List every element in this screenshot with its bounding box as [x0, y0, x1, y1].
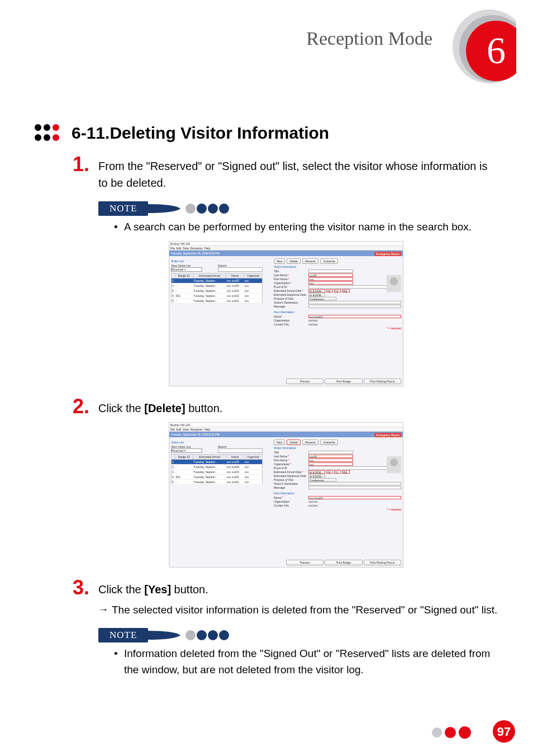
dest-field[interactable]: [308, 301, 401, 304]
bullet-grid-icon: [34, 123, 65, 143]
arrhour-field[interactable]: 08: [326, 289, 333, 292]
table-row: 2-Tuesday, Septem...xxx xxx04xxx: [172, 283, 263, 288]
menu-file[interactable]: File: [170, 247, 175, 250]
table-row: 2-Tuesday, Septem...xxx xxx04xxx: [172, 464, 263, 469]
svg-point-12: [208, 204, 218, 214]
reserve-button[interactable]: Reserve: [302, 258, 318, 264]
emergency-report-button[interactable]: Emergency Report: [374, 433, 401, 437]
svg-point-11: [197, 204, 207, 214]
overwrite-button[interactable]: Overwrite: [320, 258, 337, 264]
svg-point-14: [185, 630, 196, 640]
table-row: 3-Tuesday, Septem...xxx xxx03xxx: [172, 469, 263, 474]
menu-reception[interactable]: Reception: [191, 428, 203, 431]
svg-point-15: [197, 630, 207, 640]
required-note: * = required: [274, 327, 401, 330]
print-badge-button[interactable]: Print Badge: [325, 379, 362, 384]
arrmin-field[interactable]: 52: [334, 289, 341, 292]
note-text: •Information deleted from the "Signed Ou…: [114, 646, 499, 678]
org-field[interactable]: xxx: [308, 281, 353, 285]
host-name-field[interactable]: xxx host03: [308, 496, 401, 499]
purpose-field[interactable]: Conference: [308, 478, 336, 481]
title-field[interactable]: [308, 270, 353, 273]
datetime-bar: Tuesday, September 09, 2008 8:52 PM: [169, 432, 403, 437]
preview-button[interactable]: Preview: [286, 379, 323, 384]
menu-file[interactable]: File: [170, 428, 175, 431]
view-list-dropdown[interactable]: Reserved ▾: [171, 448, 202, 453]
note-tail-icon: [148, 629, 236, 642]
page-number-badge: 97: [492, 719, 516, 746]
print-permit-button[interactable]: Print Parking Permit: [364, 379, 401, 384]
visitor-info-header: Visitor Information: [274, 265, 401, 268]
view-list-dropdown[interactable]: Reserved ▾: [171, 267, 202, 272]
new-button[interactable]: New: [274, 440, 285, 445]
visitor-list-header: Visitor List: [171, 259, 263, 263]
host-contact: xxx/xxx: [308, 504, 317, 507]
search-input[interactable]: [218, 267, 263, 272]
window-titlebar: Brother VM-100: [169, 242, 403, 246]
new-button[interactable]: New: [274, 258, 285, 264]
menu-help[interactable]: Help: [204, 428, 210, 431]
purpose-field[interactable]: Conference: [308, 297, 336, 300]
step-1: 1. From the "Reserved" or "Signed out" l…: [73, 154, 499, 191]
arrampm-field[interactable]: PM: [342, 289, 350, 292]
note-bar: NOTE: [98, 628, 499, 642]
firstname-field[interactable]: xxx: [308, 459, 353, 462]
print-permit-button[interactable]: Print Parking Permit: [364, 560, 401, 565]
note-text: •A search can be performed by entering t…: [114, 219, 499, 235]
msg-field[interactable]: [308, 486, 401, 489]
svg-point-5: [44, 124, 50, 131]
title-field[interactable]: [308, 451, 353, 454]
svg-point-13: [219, 204, 229, 214]
svg-point-20: [459, 726, 471, 739]
window-titlebar: Brother VM-100: [169, 423, 403, 427]
menu-data[interactable]: Data: [183, 428, 189, 431]
menu-edit[interactable]: Edit: [177, 428, 182, 431]
lastname-field[interactable]: xxx05: [308, 455, 353, 458]
svg-point-19: [445, 727, 456, 738]
emergency-report-button[interactable]: Emergency Report: [374, 252, 401, 256]
svg-point-18: [432, 727, 442, 738]
print-badge-button[interactable]: Print Badge: [325, 560, 362, 565]
depdate-field[interactable]: 9/ 9/2008: [308, 474, 325, 478]
arrdate-field[interactable]: 9/ 9/2008: [308, 289, 325, 292]
menu-edit[interactable]: Edit: [177, 247, 182, 250]
menu-data[interactable]: Data: [183, 247, 189, 250]
menu-reception[interactable]: Reception: [191, 247, 203, 250]
table-row: 4001Tuesday, Septem...xxx xxx02xxx: [172, 293, 263, 298]
step-number: 1.: [73, 154, 98, 174]
note-label: NOTE: [98, 201, 148, 216]
host-org: xxx/xxx: [308, 319, 317, 322]
step-3: 3. Click the [Yes] button.: [73, 578, 499, 598]
menu-help[interactable]: Help: [204, 247, 210, 250]
host-org: xxx/xxx: [308, 500, 317, 503]
arrdate-field[interactable]: 9/ 9/2008: [308, 470, 325, 474]
msg-field[interactable]: [308, 305, 401, 308]
preview-button[interactable]: Preview: [286, 560, 323, 565]
delete-button[interactable]: Delete: [287, 258, 300, 264]
host-name-field[interactable]: xxx host03: [308, 315, 401, 318]
required-note: * = required: [274, 508, 401, 511]
table-row: 4001Tuesday, Septem...xxx xxx02xxx: [172, 474, 263, 479]
visitor-table[interactable]: Badge IDEstimated ArrivalNameOrganizat 1…: [171, 454, 263, 485]
reserve-button[interactable]: Reserve: [302, 440, 318, 445]
host-info-header: Host Information: [274, 492, 401, 495]
search-input[interactable]: [218, 448, 263, 453]
overwrite-button[interactable]: Overwrite: [320, 440, 337, 445]
svg-point-10: [185, 204, 196, 214]
depdate-field[interactable]: 9/ 9/2008: [308, 293, 325, 296]
table-row: 1Tuesday, Septem...xxx xxx05xxx: [172, 278, 263, 283]
dest-field[interactable]: [308, 482, 401, 485]
menubar: File Edit Data Reception Help: [169, 246, 403, 251]
section-heading-row: 6-11.Deleting Visitor Information: [34, 123, 499, 143]
firstname-field[interactable]: xxx: [308, 277, 353, 281]
arrhour-field[interactable]: 08: [326, 470, 333, 474]
arrmin-field[interactable]: 52: [334, 470, 341, 474]
step-number: 2.: [73, 396, 98, 417]
visitor-table[interactable]: Badge IDEstimated ArrivalNameOrganizat 1…: [171, 273, 263, 304]
visitor-photo: [387, 456, 401, 473]
org-field[interactable]: xxx: [308, 462, 353, 466]
chapter-number-badge: 6: [444, 3, 516, 94]
delete-button[interactable]: Delete: [287, 440, 300, 445]
arrampm-field[interactable]: PM: [342, 470, 350, 474]
lastname-field[interactable]: xxx05: [308, 273, 353, 277]
